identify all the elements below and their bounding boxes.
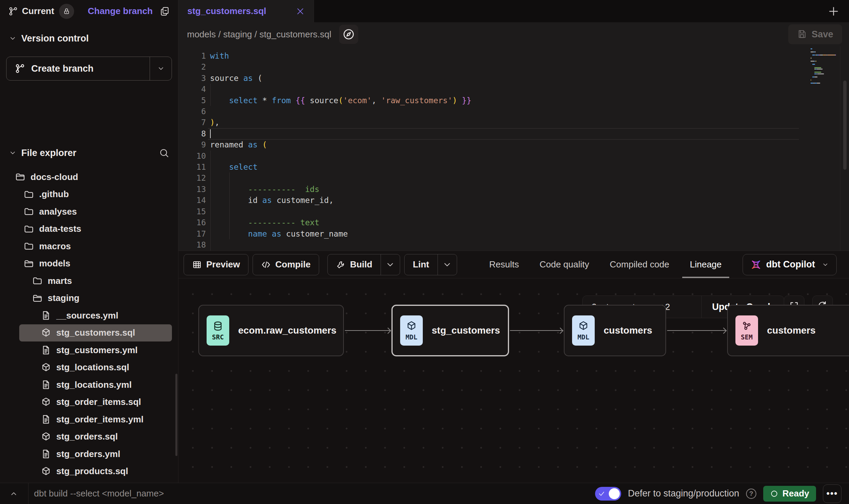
file-icon — [41, 449, 51, 459]
cube-icon — [406, 321, 417, 332]
sem-badge: SEM — [735, 315, 758, 346]
more-options-button[interactable]: ••• — [823, 484, 841, 503]
version-control-header[interactable]: Version control — [6, 30, 172, 47]
tree-item-marts[interactable]: marts — [6, 272, 172, 290]
node-label: customers — [767, 325, 816, 336]
editor-tabbar: stg_customers.sql — [178, 0, 849, 22]
folder-open-icon — [15, 172, 25, 182]
tree-item-stg-customers-yml[interactable]: stg_customers.yml — [6, 341, 172, 359]
folder-icon — [24, 241, 34, 251]
tree-item-stg-orders-sql[interactable]: stg_orders.sql — [6, 428, 172, 446]
dbt-copilot-button[interactable]: dbt Copilot — [743, 254, 837, 275]
tree-item-docs-cloud[interactable]: docs-cloud — [6, 168, 172, 186]
build-button[interactable]: Build — [327, 254, 400, 275]
badge-label: MDL — [406, 333, 417, 341]
close-icon[interactable] — [296, 7, 305, 16]
tree-item-models[interactable]: models — [6, 255, 172, 273]
lineage-node-customers-sem[interactable]: SEMcustomers — [727, 305, 849, 356]
save-label: Save — [812, 29, 833, 40]
tree-item-staging[interactable]: staging — [6, 290, 172, 307]
src-badge: SRC — [207, 315, 229, 346]
tree-item-data-tests[interactable]: data-tests — [6, 220, 172, 238]
tree-item-stg-locations-yml[interactable]: stg_locations.yml — [6, 376, 172, 394]
tree-item-stg-products-sql[interactable]: stg_products.sql — [6, 463, 172, 480]
panel-tab-compiled-code[interactable]: Compiled code — [600, 251, 679, 278]
help-icon[interactable]: ? — [746, 489, 756, 499]
tree-item-label: analyses — [39, 206, 77, 217]
chevron-down-icon — [822, 261, 829, 268]
tree-item-label: __sources.yml — [56, 310, 118, 321]
new-tab-plus-icon[interactable] — [828, 5, 839, 17]
defer-toggle[interactable] — [595, 487, 621, 501]
tree-item-stg-locations-sql[interactable]: stg_locations.sql — [6, 359, 172, 376]
badge-label: MDL — [578, 333, 589, 341]
panel-tab-code-quality[interactable]: Code quality — [529, 251, 600, 278]
lineage-edge — [345, 330, 391, 331]
cli-command-input[interactable]: dbt build --select <model_name> — [34, 488, 164, 499]
lineage-node-ecom-raw-customers-src[interactable]: SRCecom.raw_customers — [198, 305, 344, 356]
tree-item-stg-orders-yml[interactable]: stg_orders.yml — [6, 445, 172, 463]
wrench-icon — [336, 260, 346, 269]
chevron-up-icon[interactable] — [10, 490, 18, 498]
change-branch-link[interactable]: Change branch — [88, 6, 153, 16]
code-editor[interactable]: 123456789101112131415161718192021222324 … — [178, 46, 849, 251]
lineage-node-customers-mdl[interactable]: MDLcustomers — [564, 305, 666, 356]
tree-item-stg-order-items-sql[interactable]: stg_order_items.sql — [6, 394, 172, 411]
preview-button[interactable]: Preview — [184, 254, 248, 275]
model-icon — [41, 466, 51, 477]
branch-header: Current Change branch — [0, 0, 178, 22]
code-line-16: ---------- text — [210, 217, 472, 228]
circle-status-icon — [770, 490, 778, 498]
git-branch-icon — [15, 63, 26, 74]
model-icon — [41, 362, 51, 373]
node-label: customers — [604, 325, 652, 336]
tree-item--github[interactable]: .github — [6, 186, 172, 203]
sidebar-scrollbar[interactable] — [175, 374, 177, 456]
mdl-badge: MDL — [572, 315, 595, 346]
code-line-17: name as customer_name — [210, 228, 472, 239]
panel-tab-results[interactable]: Results — [479, 251, 530, 278]
code-line-10 — [210, 151, 472, 161]
code-line-18 — [210, 239, 472, 250]
lint-dropdown[interactable] — [438, 254, 457, 275]
status-bar: dbt build --select <model_name> Defer to… — [0, 483, 849, 504]
code-line-15 — [210, 206, 472, 217]
create-branch-button[interactable]: Create branch — [6, 57, 172, 81]
create-branch-label: Create branch — [31, 63, 94, 74]
build-dropdown[interactable] — [381, 254, 400, 275]
tree-item--sources-yml[interactable]: __sources.yml — [6, 307, 172, 324]
branch-lock-badge — [59, 4, 74, 19]
tree-item-label: marts — [48, 276, 72, 286]
tree-item-stg-order-items-yml[interactable]: stg_order_items.yml — [6, 411, 172, 428]
file-explorer-header[interactable]: File explorer — [6, 144, 172, 161]
scrollbar-thumb[interactable] — [843, 81, 847, 170]
check-icon — [598, 490, 605, 497]
code-line-1: with — [210, 50, 472, 61]
chevron-down-icon — [9, 149, 16, 157]
search-icon[interactable] — [159, 148, 169, 158]
create-branch-dropdown[interactable] — [150, 57, 172, 80]
copy-icon[interactable] — [160, 6, 170, 16]
file-icon — [41, 380, 51, 390]
tab-label: stg_customers.sql — [187, 6, 266, 16]
code-line-6 — [210, 106, 472, 117]
panel-tab-lineage[interactable]: Lineage — [679, 251, 732, 278]
lineage-node-stg-customers-mdl[interactable]: MDLstg_customers — [392, 305, 509, 356]
lint-label: Lint — [413, 259, 429, 270]
code-line-13: ---------- ids — [210, 184, 472, 195]
ready-label: Ready — [782, 488, 809, 499]
code-line-7: ), — [210, 117, 472, 128]
node-label: stg_customers — [432, 325, 500, 336]
save-button[interactable]: Save — [788, 24, 842, 44]
tree-item-analyses[interactable]: analyses — [6, 203, 172, 220]
minimap[interactable] — [811, 48, 833, 86]
ready-status-badge[interactable]: Ready — [763, 486, 816, 502]
navigate-button[interactable] — [339, 25, 358, 44]
lineage-canvas[interactable]: 2+stg_customers+2 Update Graph SRCecom.r… — [178, 278, 849, 483]
folder-icon — [24, 206, 34, 217]
tree-item-macros[interactable]: macros — [6, 238, 172, 255]
tab-stg-customers[interactable]: stg_customers.sql — [178, 0, 314, 22]
tree-item-stg-customers-sql[interactable]: stg_customers.sql — [19, 324, 172, 342]
compile-button[interactable]: Compile — [253, 254, 319, 275]
lint-button[interactable]: Lint — [404, 254, 457, 275]
